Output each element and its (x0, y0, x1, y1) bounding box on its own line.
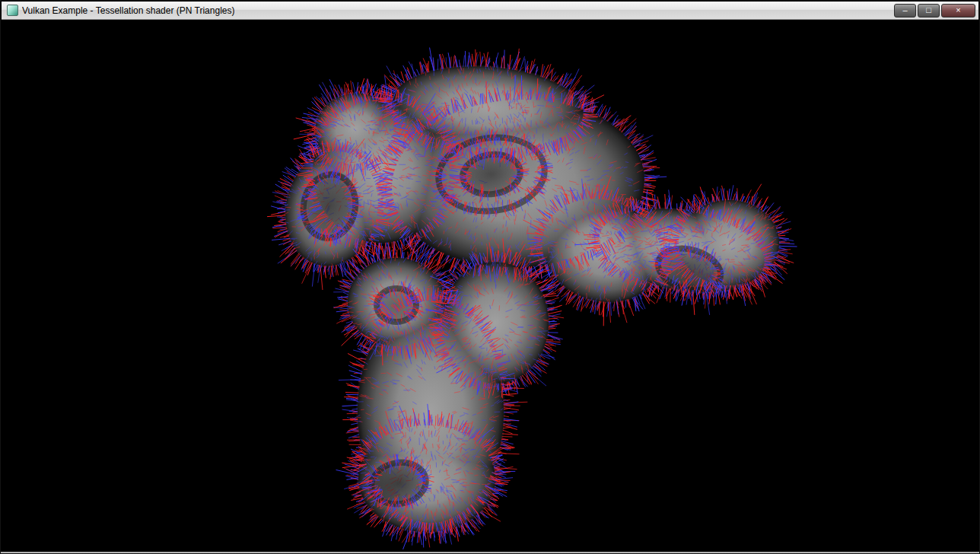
minimize-button[interactable]: – (894, 4, 916, 18)
window-controls: – □ × (894, 4, 975, 18)
render-viewport[interactable] (6, 22, 975, 549)
window-title: Vulkan Example - Tessellation shader (PN… (22, 5, 234, 16)
app-window: Vulkan Example - Tessellation shader (PN… (0, 0, 980, 554)
titlebar[interactable]: Vulkan Example - Tessellation shader (PN… (2, 2, 978, 20)
maximize-button[interactable]: □ (918, 4, 940, 18)
maximize-icon: □ (918, 4, 939, 16)
app-icon (7, 5, 18, 16)
minimize-icon: – (895, 4, 915, 16)
close-button[interactable]: × (941, 4, 975, 18)
close-icon: × (942, 4, 975, 16)
